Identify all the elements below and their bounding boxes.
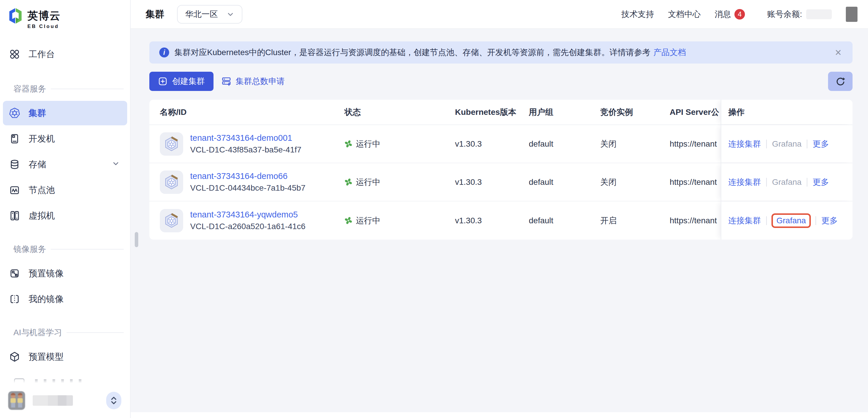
sidebar-section-container: 容器服务 — [8, 84, 124, 94]
sidebar-item-storage[interactable]: 存储 — [3, 152, 127, 176]
support-link[interactable]: 技术支持 — [621, 9, 654, 20]
app-root: 英博云 EB Cloud 工作台 容器服务 — [0, 0, 868, 418]
scrollbar-thumb[interactable] — [135, 232, 138, 247]
refresh-icon — [835, 76, 846, 87]
account-avatar[interactable] — [846, 7, 858, 22]
more-link[interactable]: 更多 — [822, 215, 838, 226]
sidebar-item-label: 预置镜像 — [29, 267, 64, 280]
cluster-name-link[interactable]: tenant-37343164-yqwdemo5 — [190, 210, 305, 220]
op-divider — [766, 216, 767, 225]
running-status-icon — [344, 178, 352, 186]
balance-redacted — [806, 9, 832, 19]
sidebar-item-preset-model[interactable]: 预置模型 — [3, 345, 127, 369]
section-divider — [51, 89, 124, 89]
connect-cluster-link[interactable]: 连接集群 — [728, 138, 761, 150]
sidebar-item-label: 我的镜像 — [29, 293, 64, 305]
version-cell: v1.30.3 — [455, 216, 529, 225]
sidebar-section-label: 镜像服务 — [13, 244, 46, 255]
sidebar-item-label: 工作台 — [29, 49, 55, 60]
actions-toolbar: 创建集群 集群总数申请 — [149, 72, 852, 91]
group-cell: default — [529, 216, 600, 225]
status-text: 运行中 — [356, 176, 380, 188]
cluster-name-link[interactable]: tenant-37343164-demo001 — [190, 133, 301, 143]
sidebar-section-container: AI与机器学习 — [8, 327, 124, 338]
close-icon[interactable]: × — [835, 47, 841, 58]
more-link[interactable]: 更多 — [813, 138, 829, 150]
sidebar-item-vm[interactable]: 虚拟机 — [3, 203, 127, 228]
node-pool-icon — [9, 184, 21, 196]
virtual-machine-icon — [9, 210, 21, 222]
api-server-cell: https://tenant — [670, 139, 721, 149]
version-cell: v1.30.3 — [455, 139, 529, 149]
sidebar-item-preset-image[interactable]: 预置镜像 — [3, 261, 127, 286]
connect-cluster-link[interactable]: 连接集群 — [728, 176, 761, 188]
sidebar-item-devmachine[interactable]: 开发机 — [3, 127, 127, 151]
col-header-group: 用户组 — [529, 107, 600, 118]
cube-icon — [9, 351, 21, 363]
op-divider — [766, 178, 767, 187]
info-icon: i — [159, 47, 169, 57]
brand-logo-icon — [9, 8, 22, 27]
topbar: 集群 华北一区 技术支持 文档中心 消息 4 账号余额: — [131, 0, 868, 29]
sidebar-item-workbench[interactable]: 工作台 — [3, 42, 127, 66]
api-server-cell: https://tenant — [670, 216, 721, 225]
avatar[interactable] — [8, 391, 25, 410]
action-highlight-box: Grafana — [771, 213, 811, 228]
user-menu-expander[interactable] — [106, 392, 121, 409]
workbench-icon — [9, 49, 21, 60]
region-select[interactable]: 华北一区 — [177, 5, 242, 24]
username-redacted — [33, 395, 73, 406]
partial-item-icon — [14, 378, 25, 383]
col-header-version: Kubernetes版本 — [455, 107, 529, 118]
status-text: 运行中 — [356, 138, 380, 150]
topbar-right: 技术支持 文档中心 消息 4 账号余额: — [621, 7, 858, 22]
dev-machine-icon — [9, 133, 21, 144]
sidebar-nav: 工作台 容器服务 集群 — [0, 30, 130, 383]
cluster-hexagon-icon — [160, 132, 183, 156]
cluster-quota-link[interactable]: 集群总数申请 — [221, 76, 285, 87]
preset-image-icon — [9, 267, 21, 279]
messages-badge: 4 — [735, 9, 745, 20]
sidebar-item-nodepool[interactable]: 节点池 — [3, 178, 127, 202]
connect-cluster-link[interactable]: 连接集群 — [728, 215, 761, 226]
refresh-button[interactable] — [828, 72, 852, 91]
banner-text: 集群对应Kubernetes中的Cluster，是容器运行与资源调度的基础，创建… — [175, 47, 650, 58]
chevron-down-icon[interactable] — [112, 159, 120, 169]
docs-link[interactable]: 文档中心 — [668, 9, 701, 20]
spot-cell: 开启 — [600, 215, 670, 226]
messages-link[interactable]: 消息 4 — [715, 9, 745, 20]
cluster-table: 名称/ID 状态 Kubernetes版本 用户组 竞价实例 API Serve… — [149, 100, 852, 239]
grafana-link[interactable]: Grafana — [776, 216, 806, 225]
region-select-value: 华北一区 — [185, 9, 218, 20]
op-divider — [807, 178, 807, 187]
sidebar-item-my-image[interactable]: 我的镜像 — [3, 287, 127, 311]
status-text: 运行中 — [356, 215, 380, 226]
running-status-icon — [344, 140, 352, 148]
page-title: 集群 — [146, 8, 164, 21]
row-operations: 连接集群 Grafana 更多 — [721, 163, 852, 201]
kubernetes-icon — [9, 107, 21, 119]
cluster-name-link[interactable]: tenant-37343164-demo66 — [190, 171, 305, 181]
cluster-hexagon-icon — [160, 209, 183, 232]
more-link[interactable]: 更多 — [813, 176, 829, 188]
spot-cell: 关闭 — [600, 176, 670, 188]
sidebar-item-label: 预置模型 — [29, 351, 64, 363]
brand-subtitle: EB Cloud — [27, 24, 61, 29]
product-docs-link[interactable]: 产品文档 — [653, 47, 686, 58]
plus-square-icon — [158, 77, 167, 86]
sidebar-item-cluster[interactable]: 集群 — [3, 101, 127, 125]
brand-logo: 英博云 EB Cloud — [0, 0, 130, 30]
user-panel — [0, 383, 129, 418]
group-cell: default — [529, 178, 600, 187]
create-cluster-label: 创建集群 — [172, 76, 205, 87]
op-divider — [815, 216, 816, 225]
section-divider — [51, 249, 124, 250]
grafana-link-disabled: Grafana — [772, 178, 802, 187]
sidebar: 英博云 EB Cloud 工作台 容器服务 — [0, 0, 131, 418]
api-server-cell: https://tenant — [670, 178, 721, 187]
messages-label: 消息 — [715, 9, 731, 20]
row-operations: 连接集群 Grafana 更多 — [721, 201, 852, 239]
table-row: tenant-37343164-yqwdemo5 VCL-D1C-a260a52… — [149, 201, 852, 239]
balance-label: 账号余额: — [767, 9, 802, 20]
create-cluster-button[interactable]: 创建集群 — [149, 72, 214, 91]
